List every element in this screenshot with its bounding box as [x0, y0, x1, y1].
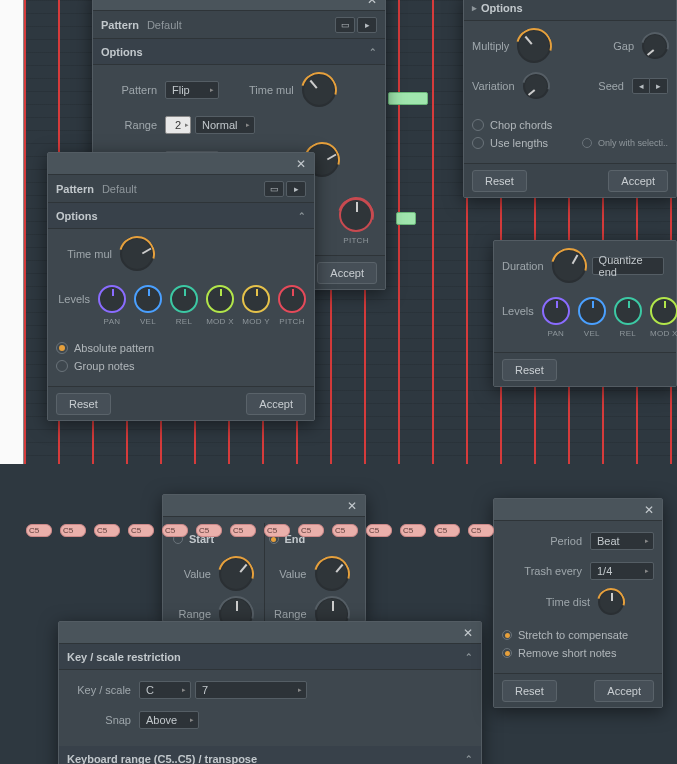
midi-note[interactable]: C5 [128, 524, 154, 537]
group-notes-radio[interactable]: Group notes [56, 360, 306, 372]
folder-icon[interactable]: ▭ [264, 181, 284, 197]
midi-note[interactable]: C5 [196, 524, 222, 537]
close-icon[interactable]: ✕ [343, 497, 361, 515]
chevron-up-icon: ⌃ [369, 47, 377, 57]
titlebar[interactable]: ✕ [93, 0, 385, 11]
panel-keyscale[interactable]: ✕ Key / scale restriction ⌃ Key / scale … [58, 621, 482, 764]
multiply-knob[interactable] [517, 29, 551, 63]
pan-knob[interactable] [542, 297, 570, 325]
keyboard-range-section-header[interactable]: Keyboard range (C5..C5) / transpose ⌃ [59, 746, 481, 764]
absolute-pattern-radio[interactable]: Absolute pattern [56, 342, 306, 354]
midi-note[interactable]: C5 [162, 524, 188, 537]
midi-note[interactable]: C5 [264, 524, 290, 537]
panel-lfo[interactable]: ✕ Start Value Range End Value Range [162, 494, 366, 622]
snap-dropdown[interactable]: Above▸ [139, 711, 199, 729]
quantize-end-dropdown[interactable]: Quantize end [592, 257, 664, 275]
accept-button[interactable]: Accept [608, 170, 668, 192]
accept-button[interactable]: Accept [246, 393, 306, 415]
titlebar[interactable]: ✕ [59, 622, 481, 644]
reset-button[interactable]: Reset [56, 393, 111, 415]
panel-flam[interactable]: ✕ Period Beat▸ Trash every 1/4▸ Time dis… [493, 498, 663, 708]
midi-note[interactable]: C5 [468, 524, 494, 537]
midi-note[interactable]: C5 [434, 524, 460, 537]
midi-note[interactable]: C5 [94, 524, 120, 537]
levels-label: Levels [502, 305, 534, 317]
panel-randomizer[interactable]: Duration Quantize end Levels PANVELRELMO… [493, 240, 677, 387]
midi-note[interactable] [396, 212, 416, 225]
seed-prev-button[interactable]: ◂ [632, 78, 650, 94]
mod-x-knob[interactable] [650, 297, 677, 325]
pattern-dropdown[interactable]: Flip▸ [165, 81, 219, 99]
key-dropdown[interactable]: C▸ [139, 681, 191, 699]
midi-note[interactable]: C5 [332, 524, 358, 537]
accept-button[interactable]: Accept [317, 262, 377, 284]
close-icon[interactable]: ✕ [292, 155, 310, 173]
midi-note[interactable]: C5 [366, 524, 392, 537]
midi-note[interactable] [388, 92, 428, 105]
chop-chords-radio[interactable]: Chop chords [472, 119, 668, 131]
seed-stepper[interactable]: ◂ ▸ [632, 78, 668, 94]
variation-knob[interactable] [523, 73, 549, 99]
rel-knob[interactable] [614, 297, 642, 325]
midi-note[interactable]: C5 [60, 524, 86, 537]
velocity-bar[interactable] [432, 0, 434, 464]
accept-button[interactable]: Accept [594, 680, 654, 702]
reset-button[interactable]: Reset [502, 680, 557, 702]
velocity-bar[interactable] [24, 0, 26, 464]
midi-note[interactable]: C5 [26, 524, 52, 537]
gap-knob[interactable] [642, 33, 668, 59]
trash-every-dropdown[interactable]: 1/4▸ [590, 562, 654, 580]
time-dist-knob[interactable] [598, 589, 624, 615]
next-icon[interactable]: ▸ [286, 181, 306, 197]
pattern-header: Pattern Default ▭ ▸ [93, 11, 385, 39]
mod-y-knob[interactable] [242, 285, 270, 313]
velocity-bar[interactable] [398, 0, 400, 464]
period-dropdown[interactable]: Beat▸ [590, 532, 654, 550]
range-mode-dropdown[interactable]: Normal▸ [195, 116, 255, 134]
options-section-header[interactable]: Options ⌃ [48, 203, 314, 229]
only-with-selection-label: Only with selecti.. [598, 138, 668, 148]
time-mul-knob[interactable] [302, 73, 336, 107]
reset-button[interactable]: Reset [502, 359, 557, 381]
close-icon[interactable]: ✕ [363, 0, 381, 9]
next-icon[interactable]: ▸ [357, 17, 377, 33]
mod-x-knob[interactable] [206, 285, 234, 313]
variation-label: Variation [472, 80, 515, 92]
panel-chopper[interactable]: ▸Options Multiply Gap Variation Seed ◂ ▸… [463, 0, 677, 198]
titlebar[interactable]: ✕ [494, 499, 662, 521]
vel-knob[interactable] [578, 297, 606, 325]
seed-next-button[interactable]: ▸ [650, 78, 668, 94]
vel-knob[interactable] [134, 285, 162, 313]
options-section-header[interactable]: Options ⌃ [93, 39, 385, 65]
time-mul-knob[interactable] [120, 237, 154, 271]
panel-strum[interactable]: ✕ Pattern Default ▭ ▸ Options ⌃ Time mul… [47, 152, 315, 421]
gap-label: Gap [613, 40, 634, 52]
options-section-header[interactable]: ▸Options [464, 0, 676, 21]
rel-knob[interactable] [170, 285, 198, 313]
pitch-knob[interactable] [278, 285, 306, 313]
keyboard[interactable] [0, 0, 24, 464]
pitch-knob[interactable] [339, 198, 373, 232]
range-number[interactable]: 2 [165, 116, 191, 134]
time-mul-label: Time mul [56, 248, 112, 260]
range-label: Range [269, 608, 307, 620]
remove-short-notes-radio[interactable]: Remove short notes [502, 647, 654, 659]
scale-dropdown[interactable]: 7▸ [195, 681, 307, 699]
duration-knob[interactable] [552, 249, 586, 283]
end-value-knob[interactable] [315, 557, 349, 591]
close-icon[interactable]: ✕ [459, 624, 477, 642]
titlebar[interactable]: ✕ [163, 495, 365, 517]
midi-note[interactable]: C5 [400, 524, 426, 537]
use-lengths-radio[interactable]: Use lengths Only with selecti.. [472, 137, 668, 149]
close-icon[interactable]: ✕ [640, 501, 658, 519]
start-value-knob[interactable] [219, 557, 253, 591]
midi-note[interactable]: C5 [298, 524, 324, 537]
midi-note[interactable]: C5 [230, 524, 256, 537]
stretch-compensate-radio[interactable]: Stretch to compensate [502, 629, 654, 641]
keyscale-section-header[interactable]: Key / scale restriction ⌃ [59, 644, 481, 670]
titlebar[interactable]: ✕ [48, 153, 314, 175]
pan-knob[interactable] [98, 285, 126, 313]
snap-label: Snap [67, 714, 131, 726]
folder-icon[interactable]: ▭ [335, 17, 355, 33]
reset-button[interactable]: Reset [472, 170, 527, 192]
